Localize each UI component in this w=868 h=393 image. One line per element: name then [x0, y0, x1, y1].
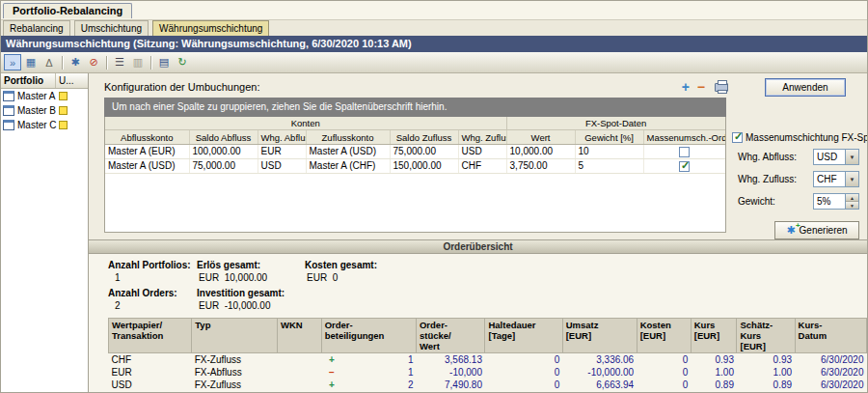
orders-header-row: Wertpapier/ Transaktion Typ WKN Order- b…: [109, 319, 867, 353]
generate-button[interactable]: ✱ Generieren: [774, 221, 859, 239]
direction-sign-icon: +: [321, 353, 341, 367]
col-kurs-datum[interactable]: Kurs- Datum: [795, 319, 866, 353]
order-overview-header[interactable]: Orderübersicht: [89, 239, 867, 254]
summary-label: Erlös gesamt:: [197, 260, 305, 270]
tab-umschichtung[interactable]: Umschichtung: [74, 20, 149, 36]
cell: 1.00: [737, 366, 795, 379]
col-saldo-abfluss[interactable]: Saldo Abfluss: [189, 130, 258, 145]
col-orderstuecke-wert[interactable]: Order- stücke/ Wert: [416, 319, 485, 353]
col-typ[interactable]: Typ: [192, 319, 278, 353]
summary-value: EUR 0: [305, 272, 420, 283]
col-wert[interactable]: Wert: [506, 130, 575, 145]
whg-abfluss-select[interactable]: USD: [813, 149, 859, 165]
spin-up-icon[interactable]: [846, 194, 858, 202]
col-umsatz[interactable]: Umsatz [EUR]: [562, 319, 637, 353]
col-wkn[interactable]: WKN: [277, 319, 321, 353]
summary-label: Investition gesamt:: [197, 288, 305, 298]
portfolio-item-label: Master B: [17, 105, 59, 116]
group-header-konten[interactable]: Konten: [105, 117, 506, 130]
order-row-eur[interactable]: EUR FX-Abfluss − 1 -10,000 0 -10,000.00 …: [109, 366, 867, 379]
col-gewicht[interactable]: Gewicht [%]: [575, 130, 643, 145]
insert-icon[interactable]: ✱: [67, 54, 84, 70]
config-row-2[interactable]: Master A (USD) 75,000.00 USD Master A (C…: [105, 158, 725, 173]
spin-down-icon[interactable]: [846, 202, 858, 209]
cell: 2: [342, 379, 417, 391]
portfolio-item-label: Master C: [17, 120, 59, 130]
print-icon[interactable]: [715, 83, 728, 92]
cell: 6/30/2020: [795, 366, 866, 379]
cell: 1.00: [691, 366, 737, 379]
massen-order-checkbox[interactable]: [679, 147, 690, 157]
cell: FX-Zufluss: [192, 353, 278, 367]
cell: 6,663.94: [562, 379, 637, 391]
col-haltedauer[interactable]: Haltedauer [Tage]: [485, 319, 562, 353]
summary-value: 1: [108, 272, 197, 283]
tab-waehrungsumschichtung[interactable]: Währungsumschichtung: [152, 20, 269, 36]
main-tab-strip: Portfolio-Rebalancing: [1, 1, 867, 19]
col-kosten[interactable]: Kosten [EUR]: [637, 319, 691, 353]
u-column-header[interactable]: U...: [56, 73, 88, 88]
groupby-hint[interactable]: Um nach einer Spalte zu gruppieren, zieh…: [104, 98, 726, 117]
add-row-icon[interactable]: +: [682, 80, 690, 94]
apply-button[interactable]: Anwenden: [765, 78, 846, 97]
portfolio-item-master-b[interactable]: Master B: [1, 103, 88, 118]
cell: [277, 379, 321, 391]
cell: CHF: [109, 353, 192, 367]
col-wertpapier-transaktion[interactable]: Wertpapier/ Transaktion: [109, 319, 192, 353]
cell: 0.89: [737, 379, 795, 391]
notes-icon[interactable]: ▤: [155, 54, 173, 70]
config-zone: Konfiguration der Umbuchungen: + − Anwen…: [89, 73, 867, 239]
col-abflusskonto[interactable]: Abflusskonto: [105, 130, 189, 145]
portfolio-item-master-c[interactable]: Master C: [1, 118, 88, 132]
group-header-fx-spot-daten[interactable]: FX-Spot-Daten: [506, 117, 725, 130]
grid-icon[interactable]: ▦: [22, 54, 40, 70]
col-orderbeteiligungen[interactable]: Order- beteiligungen: [321, 319, 416, 353]
whg-zufluss-value: CHF: [814, 172, 845, 186]
col-massenumsch-order[interactable]: Massenumsch.-Order: [643, 130, 725, 145]
config-group-header-row: Konten FX-Spot-Daten: [105, 117, 725, 130]
clear-filter-icon[interactable]: ⊘: [85, 54, 102, 70]
col-schaetz-kurs[interactable]: Schätz- Kurs [EUR]: [737, 319, 795, 353]
cell: 5: [575, 158, 643, 173]
massen-order-checkbox[interactable]: [679, 161, 690, 172]
whg-zufluss-select[interactable]: CHF: [813, 171, 859, 187]
col-zuflusskonto[interactable]: Zuflusskonto: [306, 130, 390, 145]
delta-icon[interactable]: Δ: [41, 54, 58, 70]
summary-label: Anzahl Portfolios:: [108, 260, 197, 270]
col-saldo-zufluss[interactable]: Saldo Zufluss: [390, 130, 458, 145]
cell: USD: [109, 379, 192, 391]
status-flag-icon: [59, 106, 68, 115]
portfolio-column-header[interactable]: Portfolio: [1, 73, 56, 88]
tab-portfolio-rebalancing[interactable]: Portfolio-Rebalancing: [3, 3, 132, 18]
massenumschichtung-checkbox[interactable]: [732, 132, 743, 143]
cell: 1: [342, 353, 417, 367]
tab-rebalancing[interactable]: Rebalancing: [3, 20, 70, 36]
remove-row-icon[interactable]: −: [697, 80, 705, 94]
config-header: Konfiguration der Umbuchungen: + − Anwen…: [89, 76, 867, 98]
order-row-usd[interactable]: USD FX-Zufluss + 2 7,490.80 0 6,663.94 0…: [109, 379, 867, 391]
cell: USD: [458, 145, 506, 159]
col-kurs[interactable]: Kurs [EUR]: [691, 319, 737, 353]
config-row-1[interactable]: Master A (EUR) 100,000.00 EUR Master A (…: [105, 145, 725, 159]
portfolio-icon: [3, 120, 14, 130]
refresh-icon[interactable]: ↻: [174, 54, 191, 70]
gewicht-stepper[interactable]: 5%: [813, 193, 859, 210]
orders-table: Wertpapier/ Transaktion Typ WKN Order- b…: [108, 318, 867, 391]
status-flag-icon: [59, 92, 68, 100]
cell: [277, 366, 321, 379]
expand-icon[interactable]: »: [4, 54, 21, 70]
cell: 0: [485, 366, 562, 379]
cell: 0: [637, 353, 691, 367]
chevron-down-icon[interactable]: [845, 172, 858, 186]
columns-icon[interactable]: ▥: [129, 54, 147, 70]
cell: CHF: [458, 158, 506, 173]
generate-icon: ✱: [786, 224, 795, 237]
portfolio-item-master-a[interactable]: Master A: [1, 89, 88, 103]
col-whg-zufluss[interactable]: Whg. Zufluss: [458, 130, 506, 145]
col-whg-abfluss[interactable]: Whg. Abfluss: [258, 130, 306, 145]
chevron-down-icon[interactable]: [845, 150, 858, 164]
cell: 3,336.06: [562, 353, 637, 367]
cell: 10,000.00: [506, 145, 575, 159]
order-row-chf[interactable]: CHF FX-Zufluss + 1 3,568.13 0 3,336.06 0…: [109, 353, 867, 367]
list-icon[interactable]: ☰: [111, 54, 128, 70]
